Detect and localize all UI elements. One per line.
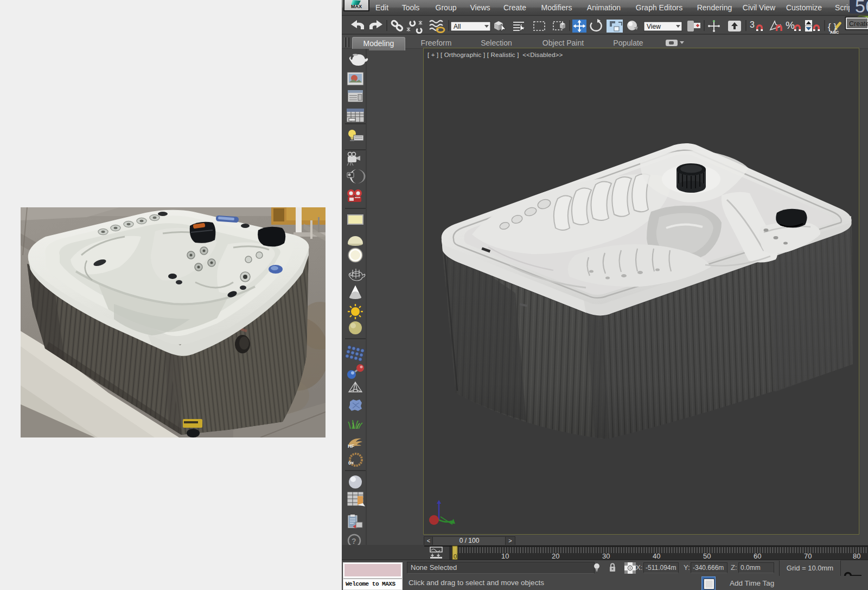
svg-text:50: 50	[703, 552, 711, 560]
svg-text:10: 10	[501, 552, 509, 560]
svg-text:30: 30	[602, 552, 610, 560]
svg-text:60: 60	[754, 552, 761, 560]
svg-text:Create: Create	[849, 20, 868, 28]
svg-text:HF: HF	[348, 443, 354, 449]
svg-text:40: 40	[653, 552, 660, 560]
svg-text:3: 3	[750, 20, 755, 29]
svg-text:0: 0	[454, 553, 457, 560]
svg-text:All: All	[454, 23, 461, 30]
svg-text:View: View	[647, 23, 661, 30]
svg-text:%: %	[786, 20, 795, 31]
svg-text:20: 20	[552, 552, 559, 560]
svg-text:0×: 0×	[348, 460, 354, 466]
svg-text:70: 70	[804, 552, 812, 560]
svg-text:80: 80	[853, 552, 860, 560]
